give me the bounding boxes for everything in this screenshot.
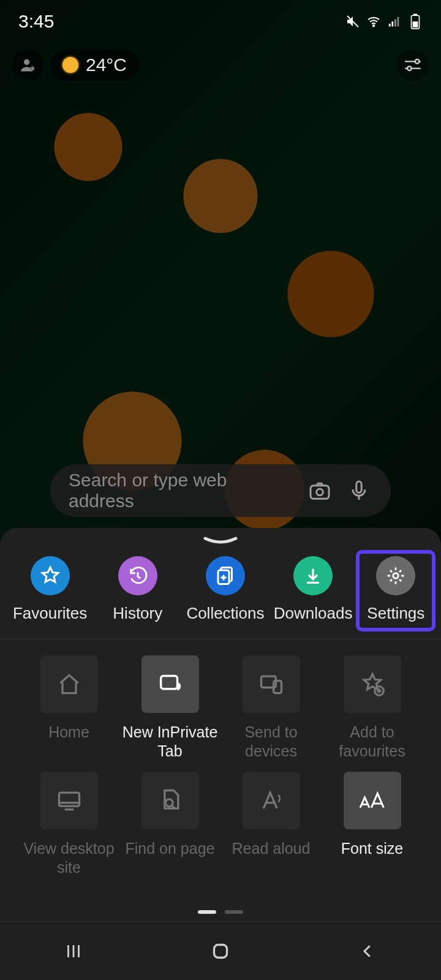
battery-icon [408, 14, 423, 29]
page-dot-2 [225, 910, 243, 914]
voice-search-button[interactable] [345, 477, 372, 504]
system-nav-bar [0, 921, 441, 980]
settings-label: Settings [367, 604, 424, 623]
font-label: Font size [341, 839, 403, 858]
svg-point-17 [317, 489, 323, 496]
find-label: Find on page [126, 839, 215, 858]
svg-point-9 [24, 59, 29, 65]
send-devices-tile[interactable]: Send to devices [221, 655, 322, 772]
svg-point-25 [393, 573, 399, 579]
svg-rect-3 [391, 21, 393, 26]
read-aloud-tile[interactable]: Read aloud [221, 772, 322, 888]
find-page-tile[interactable]: Find on page [119, 772, 221, 888]
desktop-label: View desktop site [20, 839, 118, 878]
home-tile[interactable]: Home [18, 655, 119, 772]
read-label: Read aloud [232, 839, 311, 858]
collections-shortcut[interactable]: Collections [186, 556, 265, 625]
add-favourites-tile[interactable]: Add to favourites [322, 655, 423, 772]
page-indicator [0, 910, 441, 921]
svg-rect-8 [413, 14, 418, 16]
settings-shortcut[interactable]: Settings [356, 550, 435, 631]
favourites-label: Favourites [13, 604, 87, 623]
favourites-shortcut[interactable]: Favourites [10, 556, 90, 625]
mute-icon [345, 14, 360, 29]
menu-sheet: Favourites History Collections Downloads… [0, 528, 441, 980]
svg-rect-7 [413, 21, 418, 28]
svg-text:+: + [31, 67, 34, 71]
font-size-tile[interactable]: Font size [322, 772, 423, 888]
weather-pill[interactable]: 24°C [50, 49, 139, 81]
search-placeholder: Search or type web address [69, 470, 294, 511]
svg-rect-32 [59, 793, 79, 806]
desktop-site-tile[interactable]: View desktop site [18, 772, 119, 888]
svg-rect-5 [398, 17, 399, 27]
camera-search-button[interactable] [306, 477, 333, 504]
weather-temp: 24°C [86, 55, 127, 75]
svg-rect-18 [356, 481, 361, 492]
svg-point-13 [415, 59, 420, 64]
downloads-shortcut[interactable]: Downloads [273, 556, 353, 625]
send-label: Send to devices [222, 723, 320, 761]
svg-rect-26 [160, 676, 177, 689]
new-inprivate-tile[interactable]: New InPrivate Tab [119, 655, 221, 772]
svg-rect-2 [389, 24, 391, 27]
home-button[interactable] [196, 936, 245, 967]
svg-rect-43 [214, 944, 227, 957]
home-label: Home [48, 723, 89, 742]
status-time: 3:45 [18, 11, 54, 32]
wifi-icon [366, 14, 381, 29]
page-dot-1 [198, 910, 216, 914]
history-label: History [113, 604, 162, 623]
sun-icon [62, 57, 78, 73]
customize-button[interactable] [397, 49, 429, 81]
svg-point-1 [373, 25, 374, 26]
status-bar: 3:45 [0, 0, 441, 43]
history-shortcut[interactable]: History [98, 556, 178, 625]
addfav-label: Add to favourites [323, 723, 421, 761]
svg-point-35 [165, 799, 173, 807]
collections-label: Collections [186, 604, 264, 623]
downloads-label: Downloads [274, 604, 353, 623]
sheet-grabber[interactable] [202, 534, 239, 548]
search-bar[interactable]: Search or type web address [50, 464, 391, 517]
svg-rect-4 [394, 19, 396, 26]
recents-button[interactable] [49, 936, 98, 967]
svg-point-15 [407, 66, 412, 70]
signal-icon [387, 14, 402, 29]
inprivate-label: New InPrivate Tab [121, 723, 219, 761]
svg-rect-16 [311, 486, 329, 499]
back-button[interactable] [343, 936, 392, 967]
profile-button[interactable]: + [12, 49, 44, 81]
